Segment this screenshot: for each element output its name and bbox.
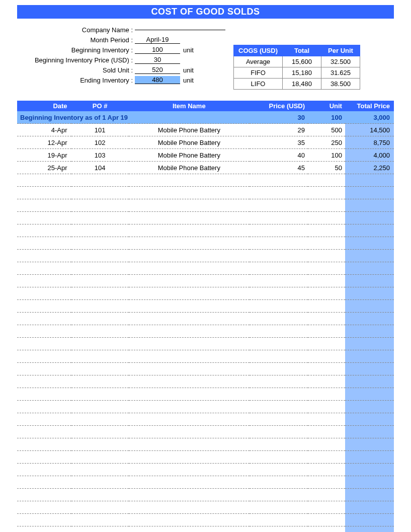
cell-date[interactable] [17,514,71,526]
cell-unit[interactable] [308,237,345,250]
cell-po[interactable] [71,262,129,275]
cell-price[interactable] [250,250,308,262]
cell-date[interactable] [17,451,71,464]
cell-item[interactable]: Mobile Phone Battery [129,124,250,136]
cell-date[interactable] [17,350,71,363]
cell-po[interactable] [71,224,129,237]
cell-date[interactable] [17,526,71,533]
cell-item[interactable] [129,287,250,300]
cell-unit[interactable] [308,313,345,325]
cell-unit[interactable] [308,375,345,388]
cell-unit[interactable] [308,526,345,533]
cell-price[interactable] [250,464,308,476]
cell-price[interactable] [250,313,308,325]
cell-item[interactable] [129,526,250,533]
cell-date[interactable] [17,401,71,413]
cell-unit[interactable] [308,464,345,476]
cell-unit[interactable] [308,338,345,350]
cell-unit[interactable]: 100 [308,149,345,162]
cell-unit[interactable] [308,325,345,338]
cell-po[interactable] [71,363,129,375]
cell-unit[interactable] [308,363,345,375]
cell-item[interactable] [129,464,250,476]
cell-price[interactable] [250,401,308,413]
cell-po[interactable]: 101 [71,124,129,136]
cell-po[interactable] [71,413,129,426]
cell-unit[interactable] [308,187,345,199]
cell-unit[interactable] [308,388,345,401]
cell-po[interactable] [71,438,129,451]
cell-po[interactable] [71,212,129,224]
value-sold-unit[interactable]: 520 [135,66,180,74]
cell-po[interactable] [71,489,129,501]
cell-item[interactable] [129,514,250,526]
cell-unit[interactable] [308,174,345,187]
cell-unit[interactable] [308,300,345,313]
cell-item[interactable] [129,187,250,199]
cell-item[interactable]: Mobile Phone Battery [129,136,250,149]
cell-price[interactable] [250,212,308,224]
cell-po[interactable] [71,501,129,514]
cell-date[interactable] [17,426,71,438]
cell-po[interactable]: 103 [71,149,129,162]
cell-date[interactable] [17,476,71,489]
cell-po[interactable] [71,275,129,287]
cell-unit[interactable] [308,401,345,413]
cell-unit[interactable] [308,438,345,451]
cell-date[interactable] [17,262,71,275]
cell-price[interactable] [250,514,308,526]
cell-item[interactable] [129,313,250,325]
cell-po[interactable] [71,451,129,464]
cell-price[interactable]: 35 [250,136,308,149]
cell-date[interactable] [17,464,71,476]
cell-date[interactable]: 4-Apr [17,124,71,136]
cell-item[interactable] [129,388,250,401]
cell-unit[interactable] [308,199,345,212]
cell-item[interactable] [129,224,250,237]
value-beg-inventory[interactable]: 100 [135,46,180,54]
cell-date[interactable] [17,300,71,313]
cell-po[interactable] [71,287,129,300]
cell-date[interactable] [17,438,71,451]
cell-po[interactable] [71,199,129,212]
cell-unit[interactable]: 500 [308,124,345,136]
cell-po[interactable] [71,237,129,250]
cell-item[interactable]: Mobile Phone Battery [129,162,250,174]
cell-date[interactable] [17,388,71,401]
cell-date[interactable] [17,237,71,250]
cell-price[interactable]: 45 [250,162,308,174]
value-beg-inv-price[interactable]: 30 [135,56,180,64]
cell-item[interactable] [129,489,250,501]
cell-unit[interactable] [308,287,345,300]
cell-price[interactable] [250,300,308,313]
cell-unit[interactable] [308,224,345,237]
cell-date[interactable] [17,375,71,388]
cell-unit[interactable] [308,262,345,275]
cell-po[interactable]: 102 [71,136,129,149]
cell-date[interactable] [17,313,71,325]
cell-po[interactable] [71,313,129,325]
cell-price[interactable]: 40 [250,149,308,162]
cell-price[interactable] [250,438,308,451]
cell-po[interactable] [71,300,129,313]
cell-date[interactable] [17,363,71,375]
cell-unit[interactable] [308,501,345,514]
cell-unit[interactable] [308,451,345,464]
cell-item[interactable] [129,300,250,313]
cell-price[interactable] [250,526,308,533]
cell-item[interactable] [129,338,250,350]
cell-item[interactable] [129,325,250,338]
cell-po[interactable] [71,187,129,199]
cell-unit[interactable] [308,350,345,363]
cell-price[interactable] [250,287,308,300]
cell-date[interactable] [17,199,71,212]
cell-item[interactable] [129,212,250,224]
cell-item[interactable] [129,250,250,262]
cell-po[interactable]: 104 [71,162,129,174]
cell-price[interactable] [250,262,308,275]
cell-price[interactable] [250,174,308,187]
cell-date[interactable] [17,501,71,514]
cell-date[interactable]: 25-Apr [17,162,71,174]
cell-item[interactable]: Mobile Phone Battery [129,149,250,162]
cell-price[interactable]: 29 [250,124,308,136]
